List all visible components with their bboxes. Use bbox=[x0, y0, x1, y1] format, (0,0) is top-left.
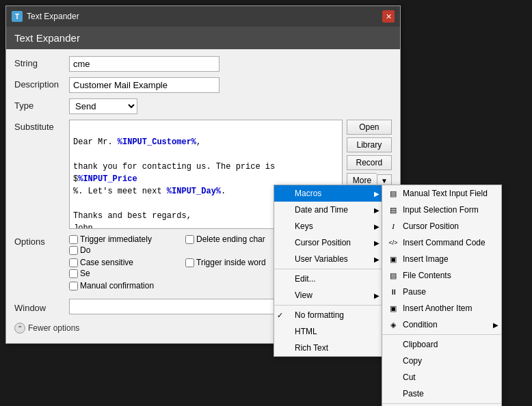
window-label: Window bbox=[14, 301, 69, 313]
macros-item-insert-image[interactable]: ▣ Insert Image bbox=[382, 251, 501, 267]
manual-confirm-item: Manual confirmation bbox=[69, 281, 185, 290]
cursor-pos-arrow: ▶ bbox=[374, 239, 380, 247]
html-icon bbox=[280, 326, 291, 337]
user-vars-arrow: ▶ bbox=[374, 256, 380, 263]
cut-icon bbox=[388, 372, 399, 383]
manual-text-icon: ▤ bbox=[388, 188, 399, 199]
menu-item-rich-text[interactable]: Rich Text bbox=[274, 340, 382, 356]
rich-text-label: Rich Text bbox=[295, 343, 369, 353]
close-button[interactable]: ✕ bbox=[382, 10, 395, 23]
condition-icon: ◈ bbox=[388, 319, 399, 330]
menu-item-html[interactable]: HTML bbox=[274, 323, 382, 340]
macros-item-paste[interactable]: Paste bbox=[382, 385, 501, 402]
title-bar-text: Text Expander bbox=[27, 12, 79, 21]
menu-item-macros[interactable]: Macros ▶ bbox=[274, 185, 382, 202]
keys-label: Keys bbox=[295, 221, 369, 231]
open-button[interactable]: Open bbox=[347, 120, 392, 135]
insert-image-label: Insert Image bbox=[403, 254, 488, 264]
menu-item-user-vars[interactable]: User Variables ▶ bbox=[274, 251, 382, 267]
macros-item-condition[interactable]: ◈ Condition ▶ bbox=[382, 316, 501, 333]
insert-another-label: Insert Another Item bbox=[403, 303, 488, 313]
macros-item-insert-cmd[interactable]: </> Insert Command Code bbox=[382, 234, 501, 251]
macros-item-manual-text[interactable]: ▤ Manual Text Input Field bbox=[382, 185, 501, 202]
type-select[interactable]: Send bbox=[69, 98, 137, 114]
menu-item-cursor-pos[interactable]: Cursor Position ▶ bbox=[274, 234, 382, 251]
substitute-label: Substitute bbox=[14, 120, 69, 132]
se-checkbox[interactable] bbox=[69, 269, 78, 278]
se-item: Se bbox=[69, 269, 185, 278]
macros-item-copy[interactable]: Copy bbox=[382, 353, 501, 369]
no-format-icon bbox=[280, 310, 291, 321]
clipboard-label: Clipboard bbox=[403, 340, 488, 349]
user-vars-icon bbox=[280, 254, 291, 265]
menu-item-no-format[interactable]: No formatting bbox=[274, 307, 382, 323]
macros-item-insert-another[interactable]: ▣ Insert Another Item bbox=[382, 300, 501, 316]
type-row: Type Send bbox=[14, 98, 392, 114]
macros-item-file-contents[interactable]: ▤ File Contents bbox=[382, 267, 501, 284]
input-selection-label: Input Selection Form bbox=[403, 205, 488, 215]
separator-1 bbox=[274, 269, 382, 269]
insert-cmd-icon: </> bbox=[388, 237, 399, 248]
insert-cmd-label: Insert Command Code bbox=[403, 238, 488, 247]
user-vars-label: User Variables bbox=[295, 254, 369, 264]
macros-item-cut[interactable]: Cut bbox=[382, 369, 501, 385]
keys-arrow: ▶ bbox=[374, 223, 380, 230]
menu-item-edit[interactable]: Edit... bbox=[274, 271, 382, 287]
cut-label: Cut bbox=[403, 373, 488, 382]
cursor-pos-label: Cursor Position bbox=[295, 238, 369, 247]
input-selection-icon: ▤ bbox=[388, 204, 399, 215]
title-bar: T Text Expander ✕ bbox=[6, 6, 400, 27]
app-icon: T bbox=[12, 11, 23, 22]
string-control bbox=[69, 56, 392, 72]
trigger-inside-label: Trigger inside word bbox=[196, 258, 266, 267]
do-item: Do bbox=[69, 245, 185, 255]
macros-item-cursor-pos[interactable]: I Cursor Position bbox=[382, 218, 501, 234]
fewer-options-label: Fewer options bbox=[28, 323, 79, 333]
separator-2 bbox=[274, 305, 382, 306]
trigger-immediately-checkbox[interactable] bbox=[69, 235, 78, 244]
macros-submenu: ▤ Manual Text Input Field ▤ Input Select… bbox=[382, 185, 502, 406]
keys-icon bbox=[280, 221, 291, 232]
cursor-pos2-label: Cursor Position bbox=[403, 221, 488, 231]
trigger-immediately-item: Trigger immediately bbox=[69, 234, 185, 244]
macros-item-input-selection[interactable]: ▤ Input Selection Form bbox=[382, 202, 501, 218]
copy-icon bbox=[388, 355, 399, 366]
manual-confirm-checkbox[interactable] bbox=[69, 282, 78, 290]
paste-icon bbox=[388, 388, 399, 399]
trigger-immediately-label: Trigger immediately bbox=[80, 234, 152, 244]
menu-item-keys[interactable]: Keys ▶ bbox=[274, 218, 382, 234]
record-button[interactable]: Record bbox=[347, 155, 392, 170]
do-checkbox[interactable] bbox=[69, 246, 78, 255]
trigger-inside-checkbox[interactable] bbox=[185, 258, 194, 267]
title-bar-left: T Text Expander bbox=[12, 11, 79, 22]
string-input[interactable] bbox=[69, 56, 220, 72]
menu-item-view[interactable]: View ▶ bbox=[274, 287, 382, 303]
insert-another-icon: ▣ bbox=[388, 303, 399, 314]
description-row: Description bbox=[14, 77, 392, 93]
description-input[interactable] bbox=[69, 77, 220, 93]
string-row: String bbox=[14, 56, 392, 72]
window-header: Text Expander bbox=[6, 27, 400, 49]
date-time-label: Date and Time bbox=[295, 205, 369, 215]
case-sensitive-item: Case sensitive bbox=[69, 258, 185, 267]
macros-item-pause[interactable]: ⏸ Pause bbox=[382, 284, 501, 300]
description-control bbox=[69, 77, 392, 93]
delete-ending-checkbox[interactable] bbox=[185, 235, 194, 244]
html-label: HTML bbox=[295, 327, 369, 336]
type-control: Send bbox=[69, 98, 392, 114]
condition-label: Condition bbox=[403, 320, 488, 329]
library-button[interactable]: Library bbox=[347, 137, 392, 152]
copy-label: Copy bbox=[403, 356, 488, 366]
pause-label: Pause bbox=[403, 287, 488, 297]
case-sensitive-label: Case sensitive bbox=[80, 258, 133, 267]
menu-item-date-time[interactable]: Date and Time ▶ bbox=[274, 202, 382, 218]
macros-sep-1 bbox=[382, 334, 501, 335]
macros-item-clipboard[interactable]: Clipboard bbox=[382, 336, 501, 353]
edit-icon bbox=[280, 273, 291, 284]
insert-image-icon: ▣ bbox=[388, 254, 399, 265]
file-contents-icon: ▤ bbox=[388, 270, 399, 281]
main-context-menu: Macros ▶ Date and Time ▶ Keys ▶ Cursor P… bbox=[274, 185, 383, 357]
rich-text-icon bbox=[280, 342, 291, 353]
case-sensitive-checkbox[interactable] bbox=[69, 258, 78, 267]
pause-icon: ⏸ bbox=[388, 286, 399, 297]
